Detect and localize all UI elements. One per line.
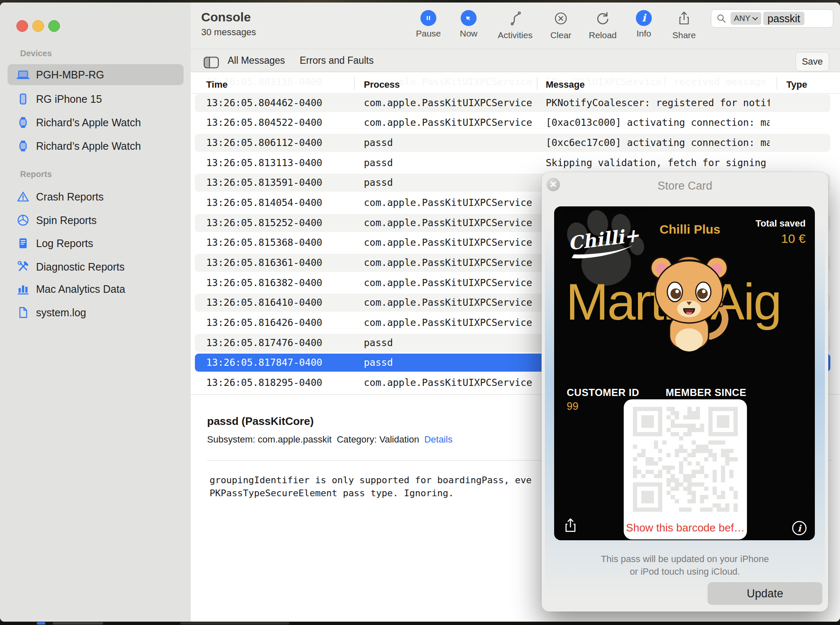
- pass-card: Chilli+ Chilli Plus Total saved 10 € Mar…: [554, 206, 815, 540]
- detail-category: Validation: [379, 434, 419, 445]
- chevron-down-icon: [752, 17, 758, 21]
- total-saved-value: 10 €: [781, 232, 806, 246]
- toggle-sidebar-button[interactable]: [203, 56, 219, 71]
- warning-triangle-icon: [17, 190, 29, 203]
- sidebar-item-mac-analytics-data[interactable]: Mac Analytics Data: [8, 279, 184, 299]
- sidebar-item-label: PGH-MBP-RG: [36, 69, 104, 81]
- save-button[interactable]: Save: [796, 52, 829, 71]
- pinwheel-icon: [17, 214, 29, 227]
- customer-id-value: 99: [567, 400, 578, 412]
- activities-icon: [507, 10, 524, 27]
- tab-errors-and-faults[interactable]: Errors and Faults: [300, 55, 373, 66]
- update-hint: This pass will be updated on your iPhone…: [542, 553, 828, 578]
- close-window-button[interactable]: [16, 20, 28, 32]
- watch-icon: [17, 140, 29, 152]
- sidebar-item-label: Spin Reports: [36, 214, 97, 227]
- table-header: Time Process Message Type: [191, 75, 840, 94]
- background-app-sliver: [0, 622, 840, 625]
- qr-code-panel: Show this barcode bef…: [624, 399, 747, 539]
- bar-chart-icon: [17, 283, 29, 295]
- sidebar-item-label: Log Reports: [36, 237, 93, 250]
- watch-icon: [17, 116, 29, 129]
- document-icon: [17, 306, 29, 319]
- sidebar-item-apple-watch-1[interactable]: Richard’s Apple Watch: [8, 112, 184, 133]
- update-button[interactable]: Update: [708, 582, 822, 605]
- column-header-process[interactable]: Process: [364, 79, 400, 90]
- sidebar-item-label: Richard’s Apple Watch: [36, 117, 141, 129]
- reload-icon: [594, 10, 611, 27]
- sidebar-item-rg-iphone-15[interactable]: RG iPhone 15: [8, 89, 184, 109]
- pass-program-name: Chilli Plus: [640, 222, 740, 237]
- sidebar-item-system-log[interactable]: system.log: [8, 302, 184, 323]
- popover-title: Store Card: [542, 180, 828, 193]
- sidebar-item-apple-watch-2[interactable]: Richard’s Apple Watch: [8, 135, 184, 156]
- lion-mascot-illustration: [645, 249, 734, 353]
- qr-code: [633, 407, 738, 512]
- search-term-token[interactable]: passkit: [763, 12, 804, 25]
- column-header-message[interactable]: Message: [546, 79, 585, 90]
- sidebar-item-diagnostic-reports[interactable]: Diagnostic Reports: [8, 256, 184, 277]
- window-title: Console: [201, 10, 251, 24]
- message-count: 30 messages: [201, 27, 256, 38]
- sidebar-item-spin-reports[interactable]: Spin Reports: [8, 210, 184, 231]
- column-header-time[interactable]: Time: [206, 79, 228, 90]
- sidebar-item-label: RG iPhone 15: [36, 93, 102, 105]
- share-icon: [676, 10, 692, 27]
- sidebar-item-pgh-mbp-rg[interactable]: PGH-MBP-RG: [8, 64, 184, 85]
- details-link[interactable]: Details: [424, 434, 452, 445]
- svg-text:i: i: [798, 523, 802, 534]
- member-since-label: MEMBER SINCE: [666, 387, 747, 398]
- log-document-icon: [17, 237, 29, 250]
- tab-all-messages[interactable]: All Messages: [228, 55, 285, 66]
- detail-title: passd (PassKitCore): [207, 415, 314, 428]
- detail-subsystem-line: Subsystem: com.apple.passkit Category: V…: [207, 434, 452, 445]
- search-scope-dropdown[interactable]: ANY: [731, 12, 761, 25]
- detail-subsystem: com.apple.passkit: [258, 434, 332, 445]
- search-field[interactable]: ANY passkit: [711, 9, 833, 28]
- toolbar: Console 30 messages Pause Now Activities…: [191, 3, 840, 72]
- clear-icon: [552, 10, 569, 27]
- sidebar-item-log-reports[interactable]: Log Reports: [8, 233, 184, 254]
- table-row[interactable]: 13:26:05.804522-0400com.apple.PassKitUIX…: [195, 113, 830, 133]
- sidebar-item-crash-reports[interactable]: Crash Reports: [8, 186, 184, 207]
- activities-button[interactable]: Activities: [490, 10, 540, 40]
- sidebar-section-devices: Devices: [20, 49, 52, 58]
- pass-info-icon[interactable]: i: [791, 520, 807, 538]
- sidebar-item-label: Diagnostic Reports: [36, 261, 124, 273]
- total-saved-label: Total saved: [756, 218, 806, 229]
- pause-icon: [420, 10, 436, 26]
- cursor-arrow-icon: [461, 10, 477, 26]
- minimize-window-button[interactable]: [32, 20, 44, 32]
- store-card-popover: ✕ Store Card Chilli+ Chilli Plus Total s…: [542, 172, 828, 612]
- share-button[interactable]: Share: [659, 10, 709, 40]
- table-row[interactable]: 13:26:05.813113-0400passdSkipping valida…: [195, 153, 830, 173]
- now-button[interactable]: Now: [443, 10, 494, 39]
- search-icon: [716, 13, 726, 23]
- sidebar-item-label: Richard’s Apple Watch: [36, 140, 141, 152]
- column-header-type[interactable]: Type: [786, 79, 807, 90]
- table-row[interactable]: 13:26:05.806112-0400passd[0xc6ec17c00] a…: [195, 133, 830, 153]
- detail-message: groupingIdentifier is only supported for…: [210, 474, 531, 500]
- toolbar-divider: [191, 49, 840, 49]
- customer-id-label: CUSTOMER ID: [567, 387, 639, 398]
- sidebar-item-label: Crash Reports: [36, 191, 104, 203]
- sidebar-item-label: Mac Analytics Data: [36, 283, 125, 295]
- sidebar-item-label: system.log: [36, 307, 86, 319]
- pass-share-icon[interactable]: [563, 518, 578, 535]
- zoom-window-button[interactable]: [48, 20, 60, 32]
- barcode-caption: Show this barcode bef…: [624, 521, 747, 534]
- info-icon: i: [636, 10, 652, 26]
- sidebar: Devices PGH-MBP-RG RG iPhone 15 Richard’…: [0, 3, 191, 622]
- laptop-icon: [17, 68, 29, 81]
- iphone-icon: [17, 93, 29, 105]
- tools-icon: [17, 260, 29, 273]
- sidebar-section-reports: Reports: [20, 169, 52, 179]
- desktop: Devices PGH-MBP-RG RG iPhone 15 Richard’…: [0, 0, 840, 625]
- table-row[interactable]: 13:26:05.804462-0400com.apple.PassKitUIX…: [195, 93, 830, 113]
